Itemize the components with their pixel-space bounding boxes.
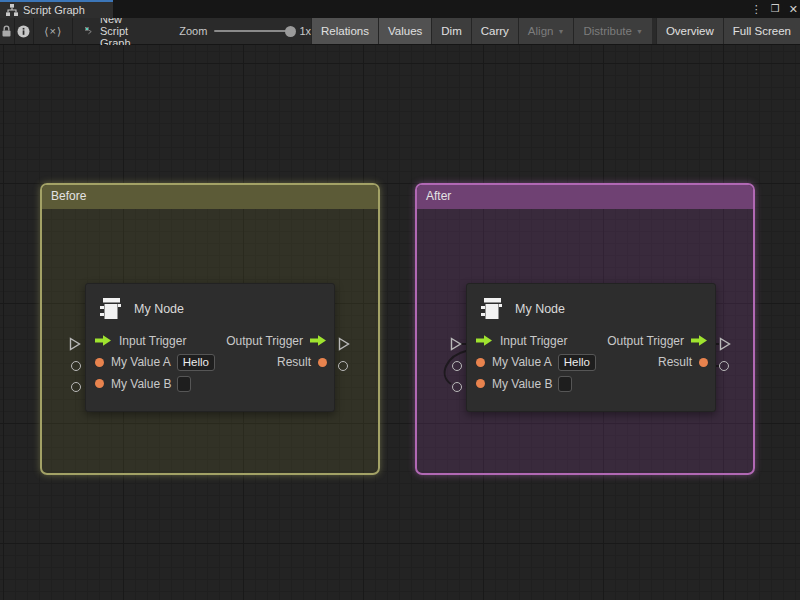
dim-toggle[interactable]: Dim — [431, 18, 470, 44]
relations-toggle[interactable]: Relations — [311, 18, 378, 44]
value-a-input[interactable]: Hello — [177, 354, 215, 371]
script-graph-asset-icon — [85, 24, 94, 38]
value-input-port[interactable] — [95, 379, 104, 388]
edge-flow-port[interactable] — [450, 337, 462, 351]
value-b-input[interactable] — [177, 376, 191, 392]
zoom-slider-knob[interactable] — [285, 26, 296, 37]
align-dropdown[interactable]: Align ▼ — [518, 18, 574, 44]
full-screen-button[interactable]: Full Screen — [723, 18, 800, 44]
port-row-trigger: Input Trigger Output Trigger — [86, 330, 334, 352]
chevron-down-icon: ▼ — [557, 28, 564, 35]
node-my-node-before[interactable]: My Node Input Trigger Output Trigger — [85, 283, 335, 412]
port-row-trigger: Input Trigger Output Trigger — [467, 330, 715, 352]
chevron-down-icon: ▼ — [636, 28, 643, 35]
port-row-value-b: My Value B — [467, 373, 715, 395]
distribute-dropdown[interactable]: Distribute ▼ — [573, 18, 652, 44]
flow-input-port[interactable] — [95, 335, 112, 346]
edge-value-port[interactable] — [452, 361, 462, 371]
node-title: My Node — [134, 302, 184, 316]
graph-icon — [6, 4, 18, 16]
edge-value-port[interactable] — [71, 382, 81, 392]
value-output-port[interactable] — [699, 358, 708, 367]
zoom-slider[interactable] — [214, 30, 292, 32]
edge-flow-port[interactable] — [69, 337, 81, 351]
lock-button[interactable] — [0, 18, 15, 44]
graph-toolbar: ⟨×⟩ New Script Graph Zoom 1x Relations V… — [0, 18, 800, 45]
value-input-port[interactable] — [476, 358, 485, 367]
edge-flow-port[interactable] — [338, 337, 350, 351]
carry-toggle[interactable]: Carry — [471, 18, 518, 44]
values-toggle[interactable]: Values — [378, 18, 431, 44]
node-my-node-after[interactable]: My Node Input Trigger Output Trigger — [466, 283, 716, 412]
value-b-input[interactable] — [558, 376, 572, 392]
close-icon[interactable]: ✕ — [789, 0, 798, 18]
edge-flow-port[interactable] — [719, 337, 731, 351]
tab-script-graph[interactable]: Script Graph — [0, 0, 113, 18]
port-row-value-a: My Value A Hello Result — [467, 352, 715, 374]
zoom-label: Zoom — [179, 25, 207, 37]
port-row-value-a: My Value A Hello Result — [86, 352, 334, 374]
value-a-input[interactable]: Hello — [558, 354, 596, 371]
graph-name: New Script Graph — [79, 18, 155, 44]
group-label[interactable]: Before — [42, 185, 378, 209]
flow-input-port[interactable] — [476, 335, 493, 346]
hide-ports-button[interactable]: ⟨×⟩ — [34, 18, 74, 44]
value-output-port[interactable] — [318, 358, 327, 367]
tab-title: Script Graph — [23, 4, 85, 16]
lock-icon — [1, 25, 12, 37]
node-title: My Node — [515, 302, 565, 316]
edge-value-port[interactable] — [452, 382, 462, 392]
port-row-value-b: My Value B — [86, 373, 334, 395]
unit-icon — [97, 296, 124, 322]
zoom-value: 1x — [299, 25, 311, 37]
maximize-icon[interactable]: ❒ — [771, 0, 780, 18]
flow-output-port[interactable] — [691, 335, 708, 346]
unit-icon — [478, 296, 505, 322]
title-bar: Script Graph ⋮ ❒ ✕ — [0, 0, 800, 18]
angle-x-icon: ⟨×⟩ — [44, 25, 62, 38]
value-input-port[interactable] — [95, 358, 104, 367]
edge-value-port[interactable] — [338, 361, 348, 371]
edge-value-port[interactable] — [71, 361, 81, 371]
overview-button[interactable]: Overview — [656, 18, 723, 44]
graph-title: New Script Graph — [100, 13, 149, 49]
graph-canvas[interactable]: Before After — [0, 45, 800, 600]
value-input-port[interactable] — [476, 379, 485, 388]
edge-value-port[interactable] — [719, 361, 729, 371]
group-label[interactable]: After — [417, 185, 753, 209]
script-graph-window: Script Graph ⋮ ❒ ✕ ⟨×⟩ — [0, 0, 800, 600]
flow-output-port[interactable] — [310, 335, 327, 346]
info-icon — [17, 25, 30, 38]
toolbar-buttons: Relations Values Dim Carry Align ▼ Distr… — [311, 18, 800, 44]
info-button[interactable] — [15, 18, 34, 44]
window-menu-icon[interactable]: ⋮ — [751, 0, 762, 18]
